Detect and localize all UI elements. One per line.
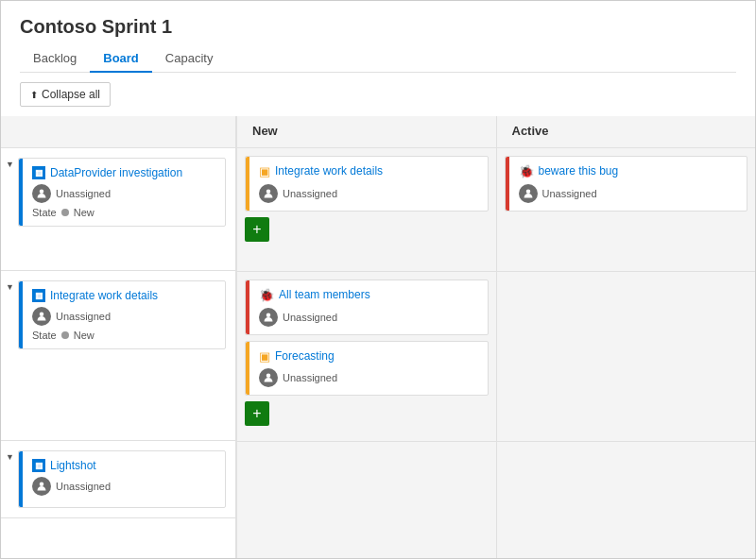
- card-title: Integrate work details: [275, 164, 383, 179]
- card-assignee-row: Unassigned: [32, 477, 217, 496]
- card-accent: [246, 157, 249, 211]
- tab-capacity[interactable]: Capacity: [152, 45, 227, 73]
- row3-collapse-arrow[interactable]: ▼: [6, 452, 14, 462]
- avatar: [259, 308, 278, 327]
- swimlane-left-3: ▼ ▦ Lightshot Unassigned: [1, 441, 235, 518]
- avatar: [519, 184, 538, 203]
- card-assignee-row: Unassigned: [259, 308, 478, 327]
- project-title: Contoso Sprint 1: [20, 16, 736, 38]
- tab-board[interactable]: Board: [90, 45, 152, 73]
- task-icon: ▦: [32, 459, 45, 472]
- card-title: Forecasting: [275, 349, 335, 364]
- swimlane-row-3: [237, 442, 755, 559]
- collapse-all-button[interactable]: ⬆ Collapse all: [20, 82, 111, 107]
- card-title-row: ▦ Lightshot: [32, 459, 217, 472]
- swimlane-rows: ▣ Integrate work details Unassigned +: [237, 148, 755, 559]
- swimlane-left-2: ▼ ▦ Integrate work details Unassigned: [1, 271, 235, 441]
- card-title: Integrate work details: [50, 289, 158, 302]
- card-title: All team members: [279, 288, 370, 303]
- swimlane-3-active: [497, 442, 756, 559]
- swimlane-row-1: ▣ Integrate work details Unassigned +: [237, 148, 755, 272]
- state-value: New: [74, 330, 94, 341]
- assignee-text: Unassigned: [542, 188, 597, 199]
- toolbar: ⬆ Collapse all: [1, 73, 755, 116]
- swimlane-1-active: 🐞 beware this bug Unassigned: [497, 148, 756, 271]
- swimlane-1-new: ▣ Integrate work details Unassigned +: [237, 148, 497, 271]
- card-title-row: ▣ Forecasting: [259, 349, 478, 364]
- card-title-row: 🐞 All team members: [259, 288, 478, 303]
- column-headers: New Active: [237, 116, 755, 148]
- collapse-all-label: Collapse all: [42, 88, 100, 101]
- pbi-icon: ▣: [259, 349, 270, 364]
- card-state-row: State New: [32, 207, 217, 218]
- card-accent: [246, 342, 249, 396]
- swimlane-2-new: 🐞 All team members Unassigned: [237, 272, 497, 441]
- svg-point-5: [266, 313, 271, 317]
- left-card-integrate[interactable]: ▦ Integrate work details Unassigned Stat…: [18, 280, 226, 349]
- card-title: Lightshot: [50, 459, 96, 472]
- state-dot: [61, 331, 69, 339]
- left-card-dataprovider[interactable]: ▦ DataProvider investigation Unassigned …: [18, 158, 226, 227]
- card-accent: [246, 280, 249, 334]
- row2-collapse-arrow[interactable]: ▼: [6, 282, 14, 292]
- task-icon: ▦: [32, 166, 45, 179]
- assignee-text: Unassigned: [283, 372, 337, 383]
- card-assignee-row: Unassigned: [259, 368, 478, 387]
- card-title: DataProvider investigation: [50, 166, 182, 179]
- row1-collapse-arrow[interactable]: ▼: [6, 160, 14, 169]
- svg-point-6: [266, 374, 271, 379]
- card-title-row: ▦ DataProvider investigation: [32, 166, 217, 179]
- left-card-lightshot[interactable]: ▦ Lightshot Unassigned: [18, 450, 226, 508]
- col-header-active: Active: [497, 116, 756, 147]
- pbi-icon: ▣: [259, 164, 270, 178]
- swimlane-3-new: [237, 442, 497, 559]
- task-icon: ▦: [32, 289, 45, 302]
- state-value: New: [74, 207, 94, 218]
- nav-tabs: Backlog Board Capacity: [20, 45, 736, 73]
- assignee-text: Unassigned: [283, 188, 337, 199]
- card-state-row: State New: [32, 330, 217, 341]
- col-header-new: New: [237, 116, 497, 147]
- card-all-team-members[interactable]: 🐞 All team members Unassigned: [245, 280, 489, 335]
- card-title-row: 🐞 beware this bug: [519, 164, 738, 179]
- state-label: State: [32, 207, 57, 218]
- card-beware-bug[interactable]: 🐞 beware this bug Unassigned: [505, 156, 748, 212]
- avatar: [32, 477, 51, 496]
- card-title: beware this bug: [539, 164, 619, 179]
- swimlane-2-active: [497, 272, 756, 441]
- assignee-text: Unassigned: [56, 311, 111, 322]
- card-assignee-row: Unassigned: [519, 184, 738, 203]
- right-area: New Active ▣ Integrate work details: [237, 116, 755, 559]
- card-assignee-row: Unassigned: [32, 307, 217, 326]
- card-integrate-work-details[interactable]: ▣ Integrate work details Unassigned: [245, 156, 489, 212]
- bug-icon: 🐞: [519, 164, 534, 178]
- swimlane-left-1: ▼ ▦ DataProvider investigation Unassigne…: [1, 148, 235, 271]
- bug-icon: 🐞: [259, 288, 274, 302]
- svg-point-0: [40, 190, 44, 195]
- avatar: [259, 368, 278, 387]
- card-accent: [19, 159, 23, 226]
- card-accent: [19, 451, 23, 507]
- swimlane-row-2: 🐞 All team members Unassigned: [237, 272, 755, 442]
- svg-point-2: [40, 483, 44, 487]
- svg-point-4: [525, 189, 530, 194]
- card-assignee-row: Unassigned: [32, 184, 217, 203]
- avatar: [259, 184, 278, 203]
- state-dot: [61, 209, 69, 216]
- board: ▼ ▦ DataProvider investigation Unassigne…: [1, 116, 755, 559]
- card-accent: [19, 281, 23, 348]
- svg-point-3: [266, 189, 271, 194]
- card-forecasting[interactable]: ▣ Forecasting Unassigned: [245, 341, 489, 397]
- tab-backlog[interactable]: Backlog: [20, 45, 90, 73]
- assignee-text: Unassigned: [56, 481, 111, 492]
- card-accent: [506, 157, 509, 211]
- assignee-text: Unassigned: [56, 188, 111, 199]
- card-title-row: ▣ Integrate work details: [259, 164, 478, 179]
- collapse-icon: ⬆: [30, 90, 38, 100]
- assignee-text: Unassigned: [283, 312, 337, 323]
- add-card-button-1[interactable]: +: [245, 217, 269, 242]
- avatar: [32, 184, 51, 203]
- add-card-button-2[interactable]: +: [245, 401, 269, 426]
- state-label: State: [32, 330, 57, 341]
- card-title-row: ▦ Integrate work details: [32, 289, 217, 302]
